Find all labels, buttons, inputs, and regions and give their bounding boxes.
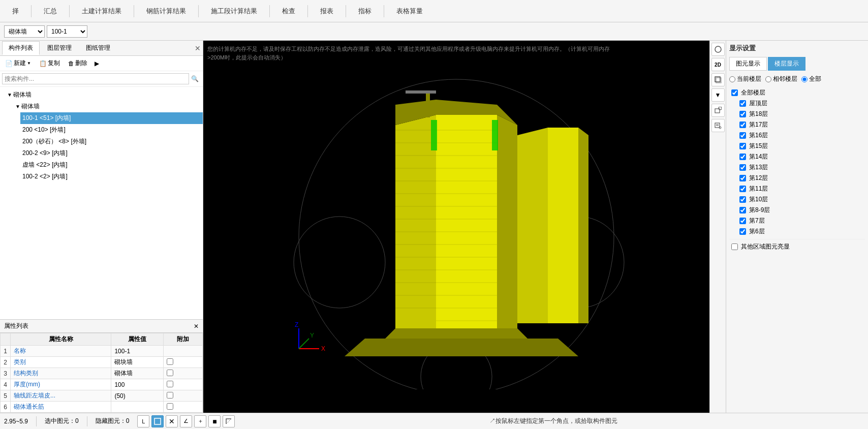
search-input[interactable] — [2, 73, 189, 84]
menu-item-summary[interactable]: 汇总 — [36, 3, 65, 20]
status-tool-l[interactable]: L — [137, 415, 149, 427]
status-tool-rect[interactable] — [151, 415, 164, 427]
tree-item-0[interactable]: 100-1 <51> [内墙] — [20, 112, 203, 124]
left-panel-close-btn[interactable]: ✕ — [195, 44, 201, 52]
floor-checkbox-10[interactable] — [739, 196, 746, 203]
props-row-3-checkbox[interactable] — [167, 370, 173, 376]
tab-drawing-management[interactable]: 图纸管理 — [79, 41, 117, 55]
props-row-3: 3 结构类别 砌体墙 — [1, 368, 203, 379]
floor-item-7[interactable]: 第7层 — [729, 216, 865, 226]
floor-item-13[interactable]: 第13层 — [729, 162, 865, 173]
view-tool-list[interactable] — [711, 119, 725, 132]
floor-item-16[interactable]: 第16层 — [729, 130, 865, 141]
floor-checkbox-89[interactable] — [739, 207, 746, 213]
menu-item-rebar[interactable]: 钢筋计算结果 — [138, 3, 194, 20]
floor-item-roof[interactable]: 屋顶层 — [729, 98, 865, 109]
floor-option-current[interactable]: 当前楼层 — [729, 75, 761, 83]
props-row-3-name[interactable]: 结构类别 — [11, 368, 111, 379]
status-tool-plus[interactable]: ＋ — [194, 415, 206, 427]
view-tool-3d[interactable] — [711, 73, 725, 86]
props-row-5-checkbox[interactable] — [167, 392, 173, 399]
floor-item-10[interactable]: 第10层 — [729, 194, 865, 205]
new-button[interactable]: 📄 新建 ▼ — [2, 58, 34, 69]
props-row-6-checkbox[interactable] — [167, 403, 173, 410]
menu-item-indicator[interactable]: 指标 — [350, 3, 380, 20]
props-row-5-extra — [163, 390, 202, 402]
status-tool-cross[interactable]: ✕ — [166, 415, 178, 427]
view-tool-down[interactable]: ▼ — [711, 88, 725, 102]
toolbar-select-type[interactable]: 砌体墙 混凝土墙 剪力墙 — [4, 25, 45, 38]
props-row-4-checkbox[interactable] — [167, 381, 173, 387]
tree-item-2[interactable]: 200（砂石） <8> [外墙] — [20, 136, 203, 147]
view-tool-3dbox[interactable] — [711, 104, 725, 117]
floor-item-89[interactable]: 第8-9层 — [729, 205, 865, 216]
floor-checkbox-11[interactable] — [739, 186, 746, 192]
floor-item-14[interactable]: 第14层 — [729, 151, 865, 162]
view-tool-perspective[interactable] — [711, 43, 725, 56]
3d-view-area[interactable]: 您的计算机内存不足，请及时保存工程以防内存不足造成内存泄露，造风险，可通过关闭其… — [203, 41, 709, 413]
props-row-2-checkbox[interactable] — [167, 358, 173, 365]
view-tool-2d[interactable]: 2D — [711, 58, 725, 71]
floor-item-15[interactable]: 第15层 — [729, 141, 865, 151]
floor-checkbox-roof[interactable] — [739, 100, 746, 107]
status-tool-corner[interactable] — [223, 415, 235, 427]
properties-close-btn[interactable]: ✕ — [194, 323, 199, 330]
properties-title-bar: 属性列表 ✕ — [0, 320, 203, 333]
toolbar-select-component[interactable]: 100-1 100-2 200 — [47, 25, 87, 38]
tree-item-label-1: 200 <10> [外墙] — [22, 126, 66, 134]
floor-option-adjacent[interactable]: 相邻楼层 — [765, 75, 797, 83]
delete-button[interactable]: 🗑 删除 — [65, 58, 90, 69]
other-region-checkbox[interactable] — [731, 243, 738, 250]
menu-separator-1 — [31, 5, 32, 17]
floor-checkbox-all[interactable] — [731, 89, 738, 96]
search-icon[interactable]: 🔍 — [189, 74, 201, 83]
floor-checkbox-7[interactable] — [739, 218, 746, 224]
tree-item-4[interactable]: 虚墙 <22> [内墙] — [20, 159, 203, 171]
floor-item-18[interactable]: 第18层 — [729, 109, 865, 119]
floor-item-12[interactable]: 第12层 — [729, 173, 865, 183]
tree-item-child[interactable]: ▼ 砌体墙 — [12, 101, 203, 112]
menu-item-table-calc[interactable]: 表格算量 — [388, 3, 431, 20]
menu-item-construction[interactable]: 施工段计算结果 — [203, 3, 265, 20]
props-row-4-name[interactable]: 厚度(mm) — [11, 379, 111, 390]
floor-item-all[interactable]: 全部楼层 — [729, 87, 865, 98]
display-tab-floor[interactable]: 楼层显示 — [768, 57, 805, 71]
floor-checkbox-18[interactable] — [739, 111, 746, 117]
props-row-6-name[interactable]: 砌体通长筋 — [11, 402, 111, 413]
copy-button[interactable]: 📋 复制 — [36, 58, 63, 69]
floor-list: 全部楼层 屋顶层 第18层 第17层 第16层 — [729, 87, 865, 237]
tree-item-5[interactable]: 100-2 <2> [内墙] — [20, 171, 203, 182]
floor-checkbox-6[interactable] — [739, 228, 746, 235]
floor-checkbox-12[interactable] — [739, 175, 746, 181]
props-row-5-name[interactable]: 轴线距左墙皮... — [11, 390, 111, 402]
floor-option-all[interactable]: 全部 — [801, 75, 821, 83]
floor-checkbox-17[interactable] — [739, 121, 746, 128]
floor-item-17[interactable]: 第17层 — [729, 119, 865, 130]
floor-radio-current[interactable] — [729, 76, 735, 82]
props-row-1-name[interactable]: 名称 — [11, 346, 111, 357]
tree-item-3[interactable]: 200-2 <9> [内墙] — [20, 147, 203, 159]
floor-checkbox-15[interactable] — [739, 143, 746, 149]
status-tool-angle[interactable]: ∠ — [180, 415, 192, 427]
status-tool-fill[interactable]: ■ — [208, 415, 221, 427]
floor-item-6[interactable]: 第6层 — [729, 226, 865, 237]
toolbar-more-btn[interactable]: ▶ — [92, 59, 101, 68]
floor-item-11[interactable]: 第11层 — [729, 183, 865, 194]
floor-radio-adjacent[interactable] — [765, 76, 771, 82]
tree-item-root[interactable]: ▼ 砌体墙 — [4, 89, 203, 101]
menu-item-check[interactable]: 检查 — [274, 3, 303, 20]
floor-checkbox-16[interactable] — [739, 132, 746, 139]
floor-radio-all[interactable] — [801, 76, 808, 82]
props-row-6-value — [111, 402, 163, 413]
floor-label-7: 第7层 — [749, 217, 765, 225]
menu-item-select[interactable]: 择 — [4, 3, 27, 20]
floor-checkbox-13[interactable] — [739, 164, 746, 171]
display-tab-element[interactable]: 图元显示 — [729, 57, 767, 71]
props-row-2-name[interactable]: 类别 — [11, 357, 111, 368]
floor-checkbox-14[interactable] — [739, 154, 746, 160]
tree-item-1[interactable]: 200 <10> [外墙] — [20, 124, 203, 136]
tab-component-list[interactable]: 构件列表 — [2, 41, 40, 55]
tab-layer-management[interactable]: 图层管理 — [41, 41, 78, 55]
menu-item-report[interactable]: 报表 — [312, 3, 342, 20]
menu-item-civil[interactable]: 土建计算结果 — [74, 3, 130, 20]
